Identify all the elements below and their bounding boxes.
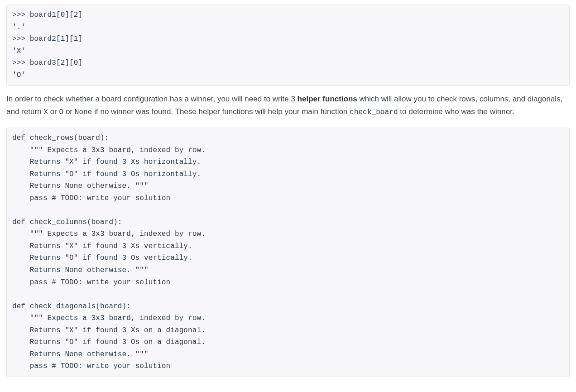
code-block-skeleton: def check_rows(board): """ Expects a 3x3… bbox=[6, 128, 570, 377]
inline-code: check_board bbox=[350, 108, 398, 116]
code-block-repl: >>> board1[0][2] '.' >>> board2[1][1] 'X… bbox=[6, 5, 570, 86]
inline-code: X bbox=[43, 108, 48, 116]
para-text: if no winner was found. These helper fun… bbox=[92, 107, 350, 116]
para-text: or bbox=[48, 107, 59, 116]
inline-code: O bbox=[59, 108, 63, 116]
para-text: In order to check whether a board config… bbox=[6, 95, 298, 103]
para-text: or bbox=[63, 107, 75, 116]
inline-code: None bbox=[75, 108, 92, 116]
para-text: to determine who was the winner. bbox=[398, 107, 514, 116]
para-bold: helper functions bbox=[298, 95, 357, 103]
instruction-paragraph: In order to check whether a board config… bbox=[6, 93, 570, 119]
